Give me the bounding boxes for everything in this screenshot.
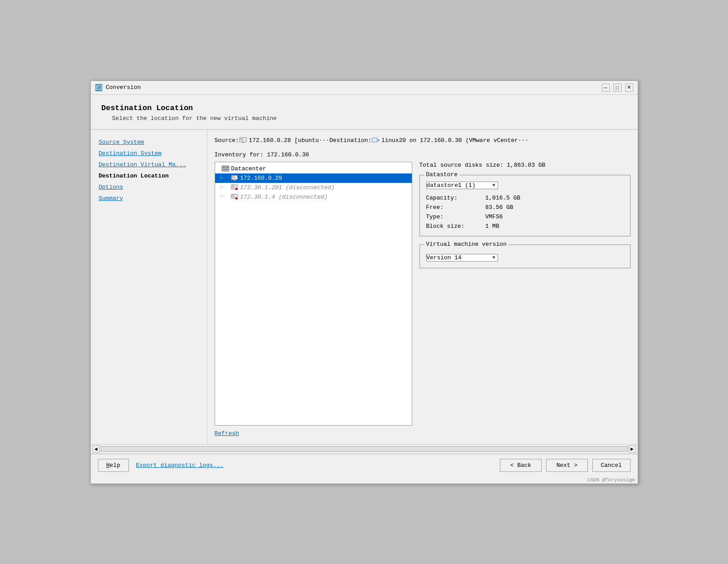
window-header: Destination Location Select the location… <box>91 95 638 129</box>
type-value: VMFS6 <box>485 213 624 220</box>
svg-rect-21 <box>232 188 235 188</box>
page-title: Destination Location <box>101 104 627 112</box>
cancel-button[interactable]: Cancel <box>592 459 631 472</box>
back-label: < Back <box>510 462 531 469</box>
titlebar: Conversion ─ □ ✕ <box>91 81 638 95</box>
svg-rect-15 <box>232 178 236 178</box>
datastore-select[interactable]: datastore1 (1) <box>426 182 498 189</box>
svg-text:!: ! <box>236 198 237 200</box>
host2-icon: ! <box>230 184 238 191</box>
close-button[interactable]: ✕ <box>625 84 633 92</box>
sidebar-item-options[interactable]: Options <box>96 182 202 192</box>
tree-item-host3: └─ ! <box>215 192 412 202</box>
sidebar-item-destination-system[interactable]: Destination System <box>96 148 202 159</box>
watermark: CSDN @foryouslgm <box>91 476 638 484</box>
svg-rect-16 <box>232 178 235 179</box>
datastore-legend: Datastore <box>424 171 459 178</box>
titlebar-left: Conversion <box>95 84 141 91</box>
datastore-group: Datastore datastore1 (1) Capacity: 1,016… <box>419 175 631 236</box>
svg-rect-2 <box>97 88 99 88</box>
host1-icon <box>230 175 238 181</box>
page-subtitle: Select the location for the new virtual … <box>101 115 627 122</box>
inventory-label: Inventory for: 172.160.0.30 <box>215 151 631 158</box>
svg-rect-1 <box>97 87 98 87</box>
sidebar-item-destination-virtual-machine[interactable]: Destination Virtual Ma... <box>96 160 202 170</box>
datacenter-icon <box>221 165 229 172</box>
refresh-link[interactable]: Refresh <box>215 430 412 437</box>
svg-rect-14 <box>232 176 234 177</box>
tree-panel: Datacenter ├─ <box>215 162 412 437</box>
host3-icon: ! <box>230 194 238 200</box>
free-label: Free: <box>426 204 480 211</box>
svg-rect-7 <box>372 138 377 142</box>
right-panel: Total source disks size: 1,863.03 GB Dat… <box>419 162 631 437</box>
tree-item-host2: ├─ ! <box>215 183 412 192</box>
bottom-scrollbar: ◀ ▶ <box>91 444 638 453</box>
help-underline: H <box>106 462 110 469</box>
free-value: 83.56 GB <box>485 204 624 211</box>
scroll-right-button[interactable]: ▶ <box>629 445 636 453</box>
svg-rect-12 <box>223 169 228 170</box>
svg-rect-9 <box>222 166 229 171</box>
svg-rect-11 <box>226 167 228 168</box>
destination-icon <box>371 137 379 145</box>
tree-item-host1[interactable]: ├─ 172.160.0 <box>215 173 412 183</box>
export-logs-link[interactable]: Export diagnostic logs... <box>136 462 224 469</box>
main-window: Conversion ─ □ ✕ Destination Location Se… <box>90 80 638 484</box>
host3-label: 172.30.1.4 (disconnected) <box>240 194 328 200</box>
scroll-left-button[interactable]: ◀ <box>93 445 100 453</box>
datacenter-label: Datacenter <box>231 165 266 172</box>
scroll-track[interactable] <box>101 446 628 452</box>
main-columns: Datacenter ├─ <box>215 162 631 437</box>
source-label: Source: <box>215 137 239 145</box>
svg-rect-20 <box>232 187 236 187</box>
svg-text:!: ! <box>236 188 237 190</box>
sidebar-item-source-system[interactable]: Source System <box>96 137 202 147</box>
next-button[interactable]: Next > <box>546 459 588 472</box>
vm-version-select-row: Version 14 <box>426 254 624 262</box>
svg-rect-5 <box>240 140 244 140</box>
help-button[interactable]: HHelpelp <box>98 459 129 472</box>
main-content: Source: 172.160.0.28 [ubuntu··· Destinat… <box>207 130 638 444</box>
next-label: Next > <box>556 462 578 469</box>
sidebar-item-summary[interactable]: Summary <box>96 193 202 204</box>
titlebar-controls: ─ □ ✕ <box>602 84 633 92</box>
svg-rect-4 <box>240 138 243 139</box>
app-icon <box>95 84 102 91</box>
vm-version-select-wrapper[interactable]: Version 14 <box>426 254 498 262</box>
window-title: Conversion <box>106 84 141 91</box>
sidebar: Source System Destination System Destina… <box>91 130 207 444</box>
source-destination-bar: Source: 172.160.0.28 [ubuntu··· Destinat… <box>215 137 631 145</box>
svg-rect-19 <box>232 186 234 187</box>
vm-version-legend: Virtual machine version <box>424 241 508 248</box>
block-size-value: 1 MB <box>485 223 624 230</box>
vm-version-group: Virtual machine version Version 14 <box>419 244 631 268</box>
host2-label: 172.30.1.201 (disconnected) <box>240 184 335 191</box>
tree-item-datacenter[interactable]: Datacenter <box>215 164 412 173</box>
svg-rect-6 <box>242 142 244 143</box>
content-area: Source System Destination System Destina… <box>91 129 638 444</box>
type-label: Type: <box>426 213 480 220</box>
svg-rect-17 <box>234 180 235 181</box>
maximize-button[interactable]: □ <box>613 84 622 92</box>
capacity-label: Capacity: <box>426 195 480 201</box>
destination-value: linux20 on 172.160.0.30 (VMware vCenter·… <box>381 137 529 145</box>
total-size-label: Total source disks size: <box>419 162 503 169</box>
source-icon <box>239 137 247 145</box>
source-value: 172.160.0.28 [ubuntu··· <box>249 137 329 145</box>
capacity-value: 1,016.5 GB <box>485 195 624 201</box>
footer: HHelpelp Export diagnostic logs... < Bac… <box>91 453 638 476</box>
total-size-row: Total source disks size: 1,863.03 GB <box>419 162 631 169</box>
datastore-select-wrapper[interactable]: datastore1 (1) <box>426 182 498 189</box>
vm-version-select[interactable]: Version 14 <box>426 254 498 262</box>
svg-rect-27 <box>232 197 235 198</box>
sidebar-item-destination-location: Destination Location <box>96 171 202 181</box>
block-size-label: Block size: <box>426 223 480 230</box>
destination-label: Destination: <box>330 137 372 145</box>
footer-buttons: < Back Next > Cancel <box>500 459 630 472</box>
back-button[interactable]: < Back <box>500 459 542 472</box>
inventory-tree[interactable]: Datacenter ├─ <box>215 162 412 426</box>
minimize-button[interactable]: ─ <box>602 84 610 92</box>
host1-label: 172.160.0.29 <box>240 175 282 182</box>
svg-rect-26 <box>232 196 236 197</box>
